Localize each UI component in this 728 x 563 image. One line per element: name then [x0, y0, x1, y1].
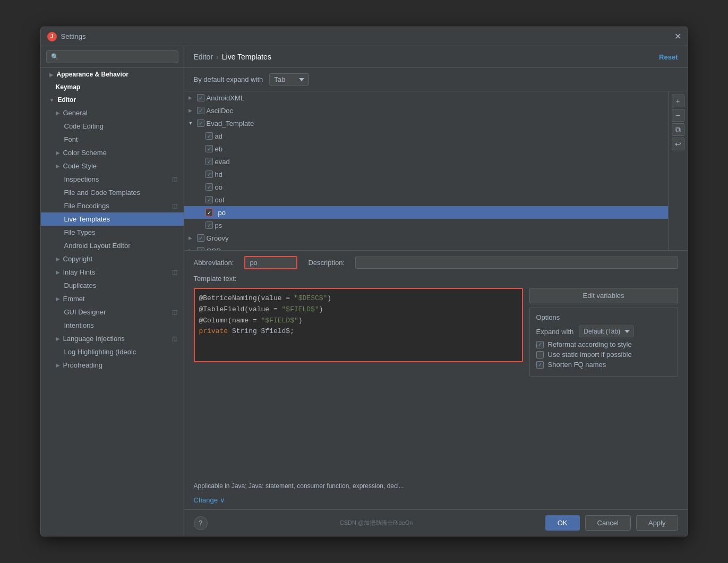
- settings-window: J Settings ✕ ▶ Appearance & Behavior Key…: [40, 27, 688, 536]
- tree-checkbox[interactable]: ✓: [205, 196, 213, 203]
- tree-section: ▶ ✓ AndroidXML ▶ ✓ AsciiDoc ▼ ✓ Evad_T: [184, 91, 688, 251]
- sidebar-item-file-types[interactable]: File Types: [41, 226, 184, 239]
- static-import-checkbox[interactable]: [536, 351, 544, 359]
- tree-row[interactable]: ▶ ✓ Groovy: [184, 232, 668, 244]
- sidebar-item-code-style[interactable]: ▶ Code Style: [41, 159, 184, 173]
- reset-button[interactable]: Reset: [659, 53, 678, 61]
- sidebar-item-file-encodings[interactable]: File Encodings ◫: [41, 199, 184, 212]
- tree-checkbox[interactable]: ✓: [197, 107, 204, 114]
- sidebar-item-proofreading[interactable]: ▶ Proofreading: [41, 359, 184, 372]
- tree-checkbox[interactable]: ✓: [205, 170, 213, 178]
- tree-item-label: hd: [215, 170, 222, 178]
- sidebar-item-keymap[interactable]: Keymap: [41, 81, 184, 93]
- tree-arrow-icon: ▶: [189, 108, 195, 113]
- breadcrumb-current: Live Templates: [222, 53, 271, 61]
- sidebar-item-inspections[interactable]: Inspections ◫: [41, 173, 184, 186]
- sidebar-item-copyright[interactable]: ▶ Copyright: [41, 252, 184, 266]
- copy-template-button[interactable]: ⧉: [672, 123, 684, 136]
- tree-checkbox[interactable]: ✓: [205, 183, 213, 191]
- tree-checkbox[interactable]: ✓: [205, 158, 213, 165]
- sidebar-label: GUI Designer: [64, 308, 106, 316]
- window-title: Settings: [61, 32, 86, 40]
- tree-row-selected[interactable]: ✓ po: [184, 206, 668, 219]
- sidebar-item-live-templates[interactable]: Live Templates: [41, 212, 184, 226]
- sidebar-item-gui-designer[interactable]: GUI Designer ◫: [41, 305, 184, 319]
- tree-checkbox[interactable]: ✓: [205, 209, 213, 216]
- sidebar-item-log-highlighting[interactable]: Log Highlighting (Ideolc: [41, 345, 184, 359]
- template-form: Abbreviation: Description: Template text…: [184, 251, 688, 509]
- tree-checkbox[interactable]: ✓: [205, 221, 213, 229]
- description-label: Description:: [308, 259, 345, 267]
- tree-row[interactable]: ✓ oo: [184, 181, 668, 193]
- tree-checkbox[interactable]: ✓: [197, 120, 204, 127]
- expand-with-options-select[interactable]: Default (Tab) Tab Space Enter: [579, 326, 633, 337]
- revert-template-button[interactable]: ↩: [672, 138, 684, 150]
- change-link[interactable]: Change: [194, 496, 218, 504]
- tree-row[interactable]: ▼ ✓ Evad_Template: [184, 117, 668, 130]
- search-input[interactable]: [46, 50, 178, 63]
- tree-checkbox[interactable]: ✓: [197, 94, 204, 101]
- sidebar-item-code-editing[interactable]: Code Editing: [41, 120, 184, 133]
- tree-checkbox[interactable]: ✓: [205, 145, 213, 152]
- reformat-checkbox[interactable]: ✓: [536, 341, 544, 348]
- sidebar-item-intentions[interactable]: Intentions: [41, 319, 184, 332]
- remove-template-button[interactable]: −: [672, 109, 684, 122]
- shorten-fq-checkbox[interactable]: ✓: [536, 361, 544, 369]
- tree-checkbox[interactable]: ✓: [197, 234, 204, 242]
- tree-row[interactable]: ✓ ad: [184, 130, 668, 142]
- sidebar-item-emmet[interactable]: ▶ Emmet: [41, 292, 184, 305]
- tree-row[interactable]: ▶ ✓ GSP: [184, 244, 668, 250]
- watermark: CSDN @加把劲骑士RideOn: [340, 519, 413, 527]
- cancel-button[interactable]: Cancel: [585, 515, 631, 531]
- shorten-fq-row[interactable]: ✓ Shorten FQ names: [536, 361, 671, 369]
- edit-variables-button[interactable]: Edit variables: [529, 288, 678, 303]
- ok-button[interactable]: OK: [545, 515, 580, 531]
- template-text-label: Template text:: [194, 275, 237, 283]
- tree-row[interactable]: ✓ oof: [184, 193, 668, 206]
- close-icon[interactable]: ✕: [674, 31, 681, 41]
- sidebar-item-font[interactable]: Font: [41, 133, 184, 146]
- arrow-icon: ▶: [56, 163, 60, 169]
- sidebar-label: Log Highlighting (Ideolc: [64, 348, 136, 356]
- sidebar-item-language-injections[interactable]: ▶ Language Injections ◫: [41, 332, 184, 345]
- sidebar-label: Inlay Hints: [63, 268, 96, 276]
- tree-row[interactable]: ✓ hd: [184, 168, 668, 181]
- reformat-row[interactable]: ✓ Reformat according to style: [536, 340, 671, 348]
- tree-item-label: oo: [215, 183, 222, 191]
- breadcrumb: Editor › Live Templates: [194, 53, 271, 61]
- add-template-button[interactable]: +: [672, 95, 684, 107]
- sidebar-label: File Encodings: [64, 202, 109, 210]
- tree-row[interactable]: ✓ evad: [184, 155, 668, 168]
- sidebar-item-inlay-hints[interactable]: ▶ Inlay Hints ◫: [41, 266, 184, 279]
- code-line-2: @TableField(value = "$FIELD$"): [199, 304, 518, 315]
- expand-with-select[interactable]: Tab Space Enter: [269, 73, 309, 86]
- sidebar-item-color-scheme[interactable]: ▶ Color Scheme: [41, 146, 184, 159]
- tree-row[interactable]: ▶ ✓ AndroidXML: [184, 91, 668, 104]
- applicable-text: Applicable in Java; Java: statement, con…: [194, 482, 404, 490]
- sidebar-item-duplicates[interactable]: Duplicates: [41, 279, 184, 292]
- breadcrumb-parent: Editor: [194, 53, 213, 61]
- sidebar-label: Keymap: [56, 83, 81, 91]
- static-import-row[interactable]: Use static import if possible: [536, 351, 671, 359]
- tree-item-label: AndroidXML: [207, 94, 245, 102]
- applicable-row: Applicable in Java; Java: statement, con…: [194, 482, 678, 491]
- tree-row[interactable]: ▶ ✓ AsciiDoc: [184, 104, 668, 117]
- abbreviation-input[interactable]: [244, 256, 297, 269]
- help-button[interactable]: ?: [194, 516, 208, 530]
- external-icon: ◫: [172, 176, 177, 183]
- template-text-display[interactable]: @BetriceNaming(value = "$DESC$") @TableF…: [194, 288, 523, 362]
- sidebar-item-appearance[interactable]: ▶ Appearance & Behavior: [41, 68, 184, 81]
- tree-row[interactable]: ✓ ps: [184, 219, 668, 232]
- external-icon: ◫: [172, 309, 177, 315]
- sidebar-item-file-templates[interactable]: File and Code Templates: [41, 186, 184, 199]
- tree-checkbox[interactable]: ✓: [205, 132, 213, 140]
- tree-checkbox[interactable]: ✓: [197, 247, 204, 250]
- sidebar-item-general[interactable]: ▶ General: [41, 106, 184, 120]
- tree-row[interactable]: ✓ eb: [184, 142, 668, 155]
- sidebar-item-editor[interactable]: ▼ Editor: [41, 93, 184, 106]
- description-input[interactable]: [355, 257, 678, 269]
- sidebar-label: Code Editing: [64, 122, 104, 130]
- sidebar-item-android-layout[interactable]: Android Layout Editor: [41, 239, 184, 252]
- apply-button[interactable]: Apply: [636, 515, 678, 531]
- shorten-fq-label: Shorten FQ names: [548, 361, 606, 369]
